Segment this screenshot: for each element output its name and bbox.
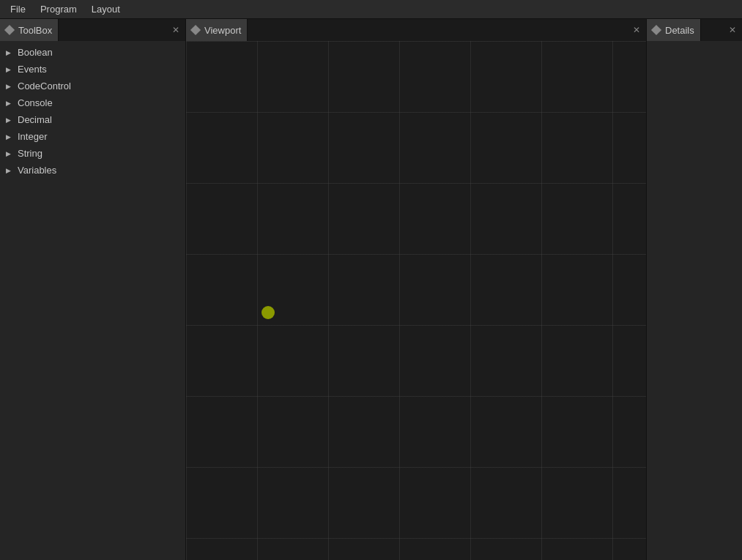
details-diamond-icon <box>651 25 661 35</box>
details-tab-label: Details <box>665 25 694 36</box>
toolbox-tab[interactable]: ToolBox <box>0 19 59 41</box>
toolbox-item-integer-label: Integer <box>18 131 47 142</box>
details-close-button[interactable]: ✕ <box>726 23 739 37</box>
boolean-expand-arrow: ▶ <box>6 49 13 56</box>
toolbox-item-console[interactable]: ▶ Console <box>0 94 185 111</box>
details-tab[interactable]: Details <box>647 19 701 41</box>
viewport-tab-bar: Viewport ✕ <box>186 19 646 41</box>
viewport-tab[interactable]: Viewport <box>186 19 248 41</box>
console-expand-arrow: ▶ <box>6 100 13 107</box>
toolbox-item-integer[interactable]: ▶ Integer <box>0 128 185 145</box>
toolbox-tab-bar: ToolBox ✕ <box>0 19 185 41</box>
toolbox-item-codecontrol-label: CodeControl <box>18 81 71 92</box>
toolbox-item-events-label: Events <box>18 64 47 75</box>
toolbox-tab-label: ToolBox <box>18 25 52 36</box>
details-content <box>647 41 742 560</box>
toolbox-item-variables[interactable]: ▶ Variables <box>0 162 185 179</box>
codecontrol-expand-arrow: ▶ <box>6 83 13 90</box>
toolbox-item-decimal-label: Decimal <box>18 114 52 125</box>
details-tab-bar: Details ✕ <box>647 19 742 41</box>
integer-expand-arrow: ▶ <box>6 133 13 141</box>
toolbox-close-button[interactable]: ✕ <box>169 23 182 37</box>
toolbox-item-events[interactable]: ▶ Events <box>0 61 185 78</box>
toolbox-item-codecontrol[interactable]: ▶ CodeControl <box>0 78 185 94</box>
toolbox-item-boolean-label: Boolean <box>18 47 53 58</box>
toolbox-item-console-label: Console <box>18 97 53 108</box>
menu-file[interactable]: File <box>3 2 33 16</box>
menu-layout[interactable]: Layout <box>84 2 127 16</box>
variables-expand-arrow: ▶ <box>6 167 13 174</box>
events-expand-arrow: ▶ <box>6 66 13 73</box>
toolbox-item-boolean[interactable]: ▶ Boolean <box>0 44 185 61</box>
menu-program[interactable]: Program <box>33 2 84 16</box>
toolbox-item-string-label: String <box>18 148 42 159</box>
toolbox-panel: ToolBox ✕ ▶ Boolean ▶ Events ▶ CodeContr… <box>0 19 186 560</box>
toolbox-diamond-icon <box>4 25 15 35</box>
viewport-close-button[interactable]: ✕ <box>630 23 643 37</box>
viewport-tab-label: Viewport <box>204 25 241 36</box>
menu-bar: File Program Layout <box>0 0 742 19</box>
viewport-content[interactable] <box>186 41 646 560</box>
viewport-grid[interactable] <box>186 41 646 560</box>
toolbox-item-string[interactable]: ▶ String <box>0 145 185 162</box>
cursor-indicator <box>261 306 275 319</box>
viewport-panel: Viewport ✕ <box>186 19 647 560</box>
decimal-expand-arrow: ▶ <box>6 116 13 124</box>
toolbox-content: ▶ Boolean ▶ Events ▶ CodeControl ▶ Conso… <box>0 41 185 560</box>
main-layout: ToolBox ✕ ▶ Boolean ▶ Events ▶ CodeContr… <box>0 19 742 560</box>
details-panel: Details ✕ <box>647 19 742 560</box>
toolbox-item-variables-label: Variables <box>18 165 56 176</box>
string-expand-arrow: ▶ <box>6 150 13 157</box>
toolbox-item-decimal[interactable]: ▶ Decimal <box>0 111 185 128</box>
viewport-diamond-icon <box>190 25 201 35</box>
